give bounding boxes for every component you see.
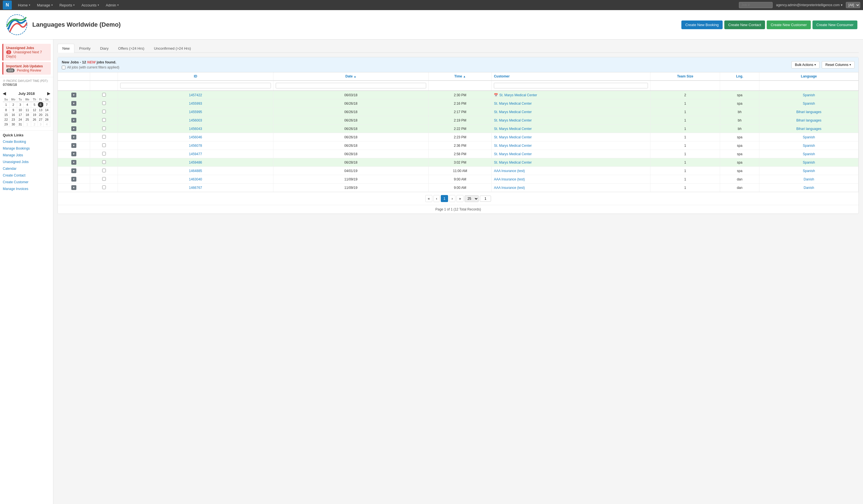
nav-home[interactable]: Home ▾ [15, 0, 34, 10]
calendar-prev-button[interactable]: ◀ [3, 91, 6, 96]
row-checkbox[interactable] [102, 169, 106, 172]
calendar-day-cell[interactable]: 3 [38, 122, 43, 127]
row-language[interactable]: Danish [760, 184, 859, 192]
nav-accounts[interactable]: Accounts ▾ [78, 0, 102, 10]
row-id[interactable]: 1466767 [118, 184, 273, 192]
calendar-day-cell[interactable]: 11 [23, 108, 31, 112]
calendar-day-cell[interactable]: 26 [31, 117, 38, 122]
row-action-button[interactable]: ▾ [71, 110, 76, 114]
quick-link-item[interactable]: Calendar [0, 165, 53, 172]
row-customer[interactable]: St. Marys Medical Center [491, 150, 650, 158]
row-customer[interactable]: St. Marys Medical Center [491, 158, 650, 167]
col-header-action[interactable] [58, 72, 90, 80]
row-checkbox[interactable] [102, 135, 106, 139]
row-checkbox[interactable] [102, 101, 106, 105]
calendar-day-cell[interactable]: 21 [43, 112, 50, 117]
app-logo[interactable]: N [3, 1, 12, 10]
quick-link-item[interactable]: Create Customer [0, 179, 53, 186]
create-consumer-button[interactable]: Create New Consumer [812, 21, 858, 29]
row-action-button[interactable]: ▾ [71, 160, 76, 165]
calendar-day-cell[interactable]: 10 [17, 108, 24, 112]
row-language[interactable]: Spanish [760, 150, 859, 158]
row-id[interactable]: 1463040 [118, 175, 273, 184]
page-1-button[interactable]: 1 [441, 195, 448, 202]
calendar-day-cell[interactable]: 1 [3, 102, 10, 108]
filter-input-customer[interactable] [494, 83, 648, 88]
row-customer[interactable]: St. Marys Medical Center [491, 108, 650, 116]
row-id[interactable]: 1456043 [118, 125, 273, 133]
col-header-id[interactable]: ID [118, 72, 273, 80]
calendar-day-cell[interactable]: 7 [43, 102, 50, 108]
calendar-day-cell[interactable]: 12 [31, 108, 38, 112]
row-customer[interactable]: St. Marys Medical Center [491, 125, 650, 133]
calendar-day-cell[interactable]: 29 [3, 122, 10, 127]
quick-link-item[interactable]: Manage Invoices [0, 186, 53, 192]
row-action-button[interactable]: ▾ [71, 118, 76, 123]
row-action-button[interactable]: ▾ [71, 135, 76, 139]
row-action-button[interactable]: ▾ [71, 92, 76, 97]
filter-input-id[interactable] [120, 83, 271, 88]
nav-manage[interactable]: Manage ▾ [34, 0, 56, 10]
row-language[interactable]: Spanish [760, 133, 859, 141]
row-customer[interactable]: St. Marys Medical Center [491, 116, 650, 125]
create-booking-button[interactable]: Create New Booking [681, 21, 723, 29]
row-id[interactable]: 1455993 [118, 99, 273, 108]
row-language[interactable]: Danish [760, 175, 859, 184]
quick-link-item[interactable]: Manage Bookings [0, 145, 53, 152]
row-id[interactable]: 1464885 [118, 167, 273, 175]
row-language[interactable]: Spanish [760, 167, 859, 175]
row-action-button[interactable]: ▾ [71, 152, 76, 156]
calendar-day-cell[interactable]: 9 [10, 108, 17, 112]
row-language[interactable]: Spanish [760, 99, 859, 108]
row-checkbox[interactable] [102, 186, 106, 189]
calendar-day-cell[interactable]: 4 [43, 122, 50, 127]
calendar-day-cell[interactable]: 23 [10, 117, 17, 122]
calendar-day-cell[interactable]: 6 [38, 102, 43, 108]
calendar-day-cell[interactable]: 15 [3, 112, 10, 117]
row-action-button[interactable]: ▾ [71, 101, 76, 106]
row-action-button[interactable]: ▾ [71, 177, 76, 181]
row-checkbox[interactable] [102, 127, 106, 130]
calendar-day-cell[interactable]: 2 [31, 122, 38, 127]
first-page-button[interactable]: « [425, 195, 432, 202]
col-header-customer[interactable]: Customer [491, 72, 650, 80]
tab-unconfirmed-24-hrs[interactable]: Unconfirmed (>24 Hrs) [149, 44, 196, 53]
last-page-button[interactable]: » [456, 195, 463, 202]
tab-new[interactable]: New [58, 44, 74, 53]
row-id[interactable]: 1456046 [118, 133, 273, 141]
row-customer[interactable]: St. Marys Medical Center [491, 141, 650, 150]
calendar-day-cell[interactable]: 19 [31, 112, 38, 117]
col-header-lng[interactable]: Lng. [720, 72, 760, 80]
calendar-day-cell[interactable]: 8 [3, 108, 10, 112]
row-checkbox[interactable] [102, 177, 106, 181]
calendar-day-cell[interactable]: 22 [3, 117, 10, 122]
row-language[interactable]: Spanish [760, 141, 859, 150]
important-updates-alert[interactable]: Important Job Updates 689 Pending Review [2, 62, 51, 75]
calendar-day-cell[interactable]: 18 [23, 112, 31, 117]
row-checkbox[interactable] [102, 110, 106, 113]
row-id[interactable]: 1457422 [118, 91, 273, 99]
next-page-button[interactable]: › [449, 195, 455, 202]
filter-input-date[interactable] [276, 83, 426, 88]
row-action-button[interactable]: ▾ [71, 185, 76, 190]
row-action-button[interactable]: ▾ [71, 126, 76, 131]
row-customer[interactable]: AAA Insurance (test) [491, 175, 650, 184]
calendar-day-cell[interactable]: 2 [10, 102, 17, 108]
col-header-checkbox[interactable] [90, 72, 117, 80]
quick-link-item[interactable]: Create Booking [0, 138, 53, 145]
row-checkbox[interactable] [102, 118, 106, 122]
col-header-time[interactable]: Time ▲ [429, 72, 491, 80]
calendar-day-cell[interactable]: 14 [43, 108, 50, 112]
all-jobs-filter-checkbox[interactable] [62, 66, 65, 69]
calendar-day-cell[interactable]: 17 [17, 112, 24, 117]
nav-admin[interactable]: Admin ▾ [102, 0, 122, 10]
row-checkbox[interactable] [102, 152, 106, 155]
row-action-button[interactable]: ▾ [71, 168, 76, 173]
col-header-language[interactable]: Language [760, 72, 859, 80]
tab-priority[interactable]: Priority [74, 44, 95, 53]
calendar-day-cell[interactable]: 28 [43, 117, 50, 122]
create-contact-button[interactable]: Create New Contact [724, 21, 765, 29]
calendar-day-cell[interactable]: 16 [10, 112, 17, 117]
reset-columns-button[interactable]: Reset Columns ▾ [822, 61, 854, 68]
calendar-day-cell[interactable]: 5 [31, 102, 38, 108]
